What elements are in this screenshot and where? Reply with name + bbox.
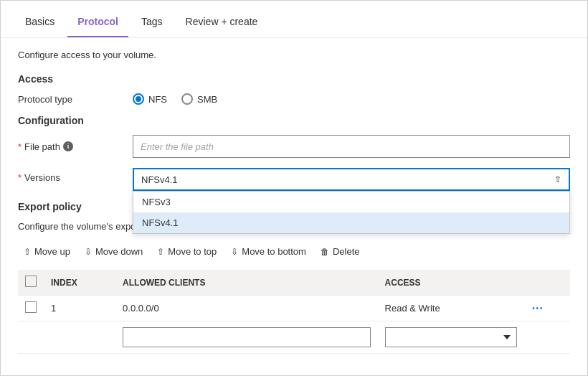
nfs-radio-option[interactable]: NFS xyxy=(133,93,167,105)
export-policy-toolbar: ⇧ Move up ⇩ Move down ⇧ Move to top ⇩ Mo… xyxy=(18,240,570,263)
new-row-actions-cell xyxy=(524,321,570,354)
column-actions xyxy=(524,270,570,296)
row-allowed-clients: 0.0.0.0/0 xyxy=(115,296,378,321)
move-down-label: Move down xyxy=(95,246,143,257)
delete-label: Delete xyxy=(333,246,360,257)
versions-label: * Versions xyxy=(18,168,133,183)
export-policy-table: INDEX ALLOWED CLIENTS ACCESS 1 0.0.0.0/0… xyxy=(18,270,570,354)
smb-radio-circle[interactable] xyxy=(181,93,193,105)
versions-required-star: * xyxy=(18,172,22,183)
move-to-bottom-button[interactable]: ⇩ Move to bottom xyxy=(225,243,312,260)
move-to-top-icon: ⇧ xyxy=(157,247,164,257)
move-up-button[interactable]: ⇧ Move up xyxy=(18,243,76,260)
versions-option-nfsv41[interactable]: NFSv4.1 xyxy=(133,212,569,233)
access-heading: Access xyxy=(18,73,570,85)
move-up-icon: ⇧ xyxy=(24,247,31,257)
move-to-bottom-icon: ⇩ xyxy=(231,247,238,257)
new-row: Read & Write Read only xyxy=(18,321,570,354)
configuration-heading: Configuration xyxy=(18,115,570,126)
new-row-access-select[interactable]: Read & Write Read only xyxy=(385,327,518,347)
row-checkbox-cell xyxy=(18,296,44,321)
move-down-icon: ⇩ xyxy=(85,247,92,257)
page-subtitle: Configure access to your volume. xyxy=(18,50,570,60)
versions-dropdown-options: NFSv3 NFSv4.1 xyxy=(133,191,570,234)
row-checkbox[interactable] xyxy=(25,301,37,313)
tab-protocol[interactable]: Protocol xyxy=(67,7,128,37)
table-row: 1 0.0.0.0/0 Read & Write ⋯ xyxy=(18,296,570,321)
protocol-type-label: Protocol type xyxy=(18,94,133,105)
tab-basics[interactable]: Basics xyxy=(15,7,65,37)
move-down-button[interactable]: ⇩ Move down xyxy=(79,243,148,260)
versions-option-nfsv3[interactable]: NFSv3 xyxy=(133,192,569,212)
column-allowed-clients: ALLOWED CLIENTS xyxy=(115,270,378,296)
versions-selected-value: NFSv4.1 xyxy=(141,174,178,185)
file-path-required-star: * xyxy=(18,141,22,152)
header-checkbox-cell xyxy=(18,270,44,296)
row-index: 1 xyxy=(44,296,115,321)
new-row-clients-input[interactable] xyxy=(123,327,371,347)
tab-tags[interactable]: Tags xyxy=(131,7,173,37)
protocol-type-row: Protocol type NFS SMB xyxy=(18,93,570,105)
column-index: INDEX xyxy=(44,270,115,296)
move-up-label: Move up xyxy=(34,246,70,257)
new-row-clients-cell[interactable] xyxy=(115,321,378,354)
new-row-index-cell xyxy=(44,321,115,354)
column-access: ACCESS xyxy=(378,270,525,296)
more-actions-icon[interactable]: ⋯ xyxy=(531,302,543,314)
nfs-radio-circle[interactable] xyxy=(133,93,144,105)
header-checkbox[interactable] xyxy=(25,276,37,287)
new-row-checkbox-cell xyxy=(18,321,44,354)
file-path-label: * File path i xyxy=(18,141,133,152)
versions-dropdown[interactable]: NFSv4.1 ⇧ NFSv3 NFSv4.1 xyxy=(133,168,570,191)
table-header: INDEX ALLOWED CLIENTS ACCESS xyxy=(18,270,570,296)
table-body: 1 0.0.0.0/0 Read & Write ⋯ xyxy=(18,296,570,354)
nfs-label: NFS xyxy=(148,94,167,105)
row-more-actions[interactable]: ⋯ xyxy=(524,296,570,321)
row-access: Read & Write xyxy=(378,296,525,321)
move-to-top-button[interactable]: ⇧ Move to top xyxy=(151,243,222,260)
file-path-info-icon[interactable]: i xyxy=(63,141,73,151)
delete-icon: 🗑 xyxy=(321,247,329,257)
protocol-radio-group: NFS SMB xyxy=(133,93,217,105)
delete-button[interactable]: 🗑 Delete xyxy=(315,243,366,260)
page-content: Configure access to your volume. Access … xyxy=(1,38,587,365)
file-path-row: * File path i xyxy=(18,135,570,158)
new-row-access-cell[interactable]: Read & Write Read only xyxy=(378,321,525,354)
versions-row: * Versions NFSv4.1 ⇧ NFSv3 NFSv4.1 xyxy=(18,168,570,191)
versions-dropdown-arrow-icon: ⇧ xyxy=(554,174,561,184)
tab-review-create[interactable]: Review + create xyxy=(176,7,268,37)
smb-label: SMB xyxy=(197,94,217,105)
move-to-bottom-label: Move to bottom xyxy=(242,246,306,257)
tabs-nav: Basics Protocol Tags Review + create xyxy=(1,1,587,38)
smb-radio-option[interactable]: SMB xyxy=(181,93,217,105)
move-to-top-label: Move to top xyxy=(168,246,217,257)
versions-dropdown-selected[interactable]: NFSv4.1 ⇧ xyxy=(133,168,570,191)
file-path-input[interactable] xyxy=(133,135,570,158)
